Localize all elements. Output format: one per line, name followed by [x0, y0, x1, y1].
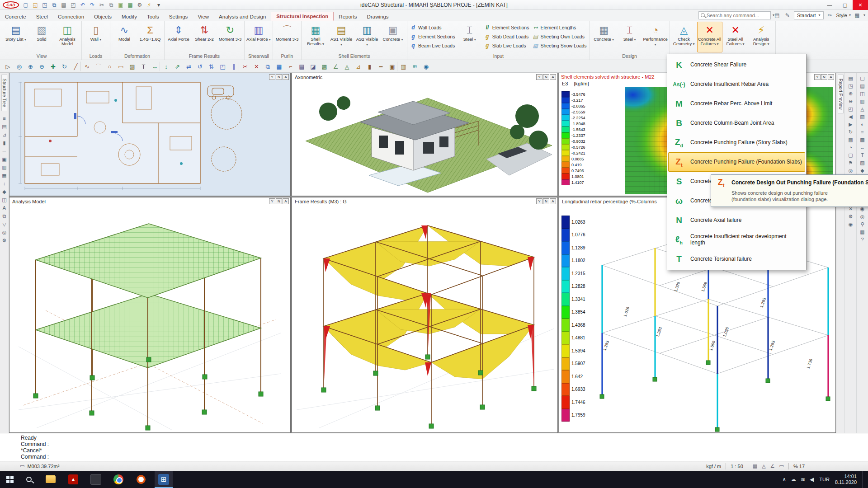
- pencil-icon[interactable]: ✎: [783, 11, 792, 19]
- trim-icon[interactable]: ✂: [240, 61, 250, 71]
- element-lengths-item[interactable]: ⇿Element Lengths: [531, 23, 588, 32]
- filter-icon[interactable]: ▽: [2, 221, 6, 227]
- viewport-y-button[interactable]: Y: [269, 74, 275, 80]
- wall-button[interactable]: ▯Wall ▾: [83, 22, 108, 52]
- wall-tool-icon[interactable]: ▥: [398, 61, 409, 71]
- redo-icon[interactable]: ↷: [88, 1, 96, 9]
- report-zoom-in-icon[interactable]: ⊕: [849, 91, 853, 96]
- standart-select[interactable]: Standart ▾: [794, 11, 824, 19]
- display-icon[interactable]: ◎: [2, 230, 7, 235]
- report-zoom-out-icon[interactable]: ⊖: [849, 99, 853, 104]
- report-fit-icon[interactable]: ◰: [848, 106, 853, 112]
- list-icon[interactable]: ▦: [860, 229, 864, 235]
- show-desktop-button[interactable]: [862, 471, 864, 488]
- report-doc-icon[interactable]: ▢: [848, 152, 853, 158]
- modal-button[interactable]: ∿Modal: [112, 22, 137, 52]
- regen-icon[interactable]: ↻: [59, 61, 70, 71]
- hatch-icon[interactable]: ▨: [127, 61, 137, 71]
- onedrive-icon[interactable]: ☁: [791, 476, 796, 483]
- tab-concrete[interactable]: Concrete: [0, 13, 31, 21]
- tab-objects[interactable]: Objects: [89, 13, 117, 21]
- shearwall-axial-force-button[interactable]: ▥Axial Force ▾: [246, 22, 271, 52]
- taskbar-search-button[interactable]: [20, 471, 38, 488]
- tab-tools[interactable]: Tools: [142, 13, 164, 21]
- print-icon[interactable]: ▤: [60, 1, 68, 9]
- arc-icon[interactable]: ⌒: [93, 61, 104, 71]
- style-button[interactable]: Style ▾: [836, 13, 851, 18]
- qat-menu-caret-icon[interactable]: ▾: [155, 1, 163, 9]
- status-units-icon[interactable]: ▭: [779, 463, 784, 469]
- report-preview-tab[interactable]: Report Preview: [838, 75, 844, 113]
- tab-structural-inspection[interactable]: Structural Inspection: [271, 12, 334, 21]
- walls-icon[interactable]: ▥: [2, 164, 6, 170]
- design-concrete-button[interactable]: ▦Concrete ▾: [591, 22, 617, 52]
- report-export-icon[interactable]: ◳: [848, 83, 853, 89]
- file-explorer-icon[interactable]: [42, 471, 60, 488]
- copy-icon[interactable]: ⧉: [107, 1, 115, 9]
- viewport-y-button[interactable]: Y: [536, 74, 542, 80]
- viewport-a-button[interactable]: A: [283, 198, 289, 204]
- info-icon[interactable]: ◉: [421, 61, 431, 71]
- idecad-icon[interactable]: [132, 471, 150, 488]
- tab-connection[interactable]: Connection: [53, 13, 89, 21]
- viewport-y-button[interactable]: Y: [269, 198, 275, 204]
- lightning-icon[interactable]: ⚡: [145, 1, 153, 9]
- dimension-set-icon[interactable]: ↔: [860, 145, 865, 150]
- check-geometry-button[interactable]: ◬Check Geometry ▾: [671, 22, 697, 52]
- stories-icon[interactable]: ▤: [2, 124, 6, 129]
- axonometric-canvas[interactable]: [292, 73, 557, 196]
- analysis-design-button[interactable]: ⚡Analysis Design ▾: [749, 22, 774, 52]
- beam-tool-icon[interactable]: ━: [376, 61, 386, 71]
- close-button[interactable]: ✕: [853, 0, 868, 10]
- groups-icon[interactable]: ⧉: [3, 213, 6, 219]
- viewport-n-button[interactable]: N: [543, 198, 549, 204]
- element-sections-item[interactable]: gElement Sections: [409, 32, 457, 41]
- status-osnap-icon[interactable]: ◬: [762, 463, 765, 469]
- wall-loads-item[interactable]: dWall Loads: [409, 23, 457, 32]
- menu-concrete-insufficient-rebar-development-length[interactable]: ℓhConcrete Insufficient rebar developmen…: [668, 230, 805, 249]
- viewport-floor-plan[interactable]: YNA: [9, 73, 291, 196]
- hatch-set-icon[interactable]: ▨: [860, 160, 864, 165]
- plan-canvas[interactable]: [9, 73, 290, 196]
- acrobat-icon[interactable]: ▲: [64, 471, 82, 488]
- viewport-n-button[interactable]: N: [276, 74, 282, 80]
- paste-icon[interactable]: ▣: [117, 1, 125, 9]
- report-find-icon[interactable]: ◎: [849, 168, 853, 173]
- book-icon[interactable]: ▤: [773, 11, 781, 19]
- settings-icon[interactable]: ⚙: [136, 1, 144, 9]
- tab-settings[interactable]: Settings: [164, 13, 193, 21]
- panel-settings-icon[interactable]: ⚙: [2, 238, 7, 243]
- loads-icon[interactable]: ↓: [3, 181, 6, 186]
- view-3d-icon[interactable]: ▧: [860, 114, 864, 119]
- foundations-icon[interactable]: ▦: [2, 173, 6, 178]
- report-chart-icon[interactable]: ◔: [849, 145, 852, 150]
- viewport-a-button[interactable]: A: [550, 198, 556, 204]
- volume-icon[interactable]: ◀: [810, 476, 814, 483]
- help-icon[interactable]: ?: [861, 237, 863, 242]
- viewport-analysis-model[interactable]: Analysis Model YNA: [9, 197, 291, 433]
- menu-concrete-column-beam-joint-area[interactable]: BConcrete Column-Beam Joint Area: [668, 113, 805, 133]
- viewport-a-button[interactable]: A: [283, 74, 289, 80]
- performance-button[interactable]: ◔Performance ▾: [643, 22, 668, 52]
- palette-icon[interactable]: ▩: [853, 11, 861, 19]
- save-all-icon[interactable]: ⧉: [50, 1, 58, 9]
- labels-icon[interactable]: A: [3, 205, 6, 211]
- report-next-icon[interactable]: ▶: [849, 122, 852, 127]
- viewport-frame-results[interactable]: Frame Results (M3) : G YNA: [292, 197, 558, 433]
- input-steel-button[interactable]: ⌶Steel ▾: [457, 22, 482, 52]
- viewport-y-button[interactable]: Y: [536, 198, 542, 204]
- circle-icon[interactable]: ○: [104, 61, 115, 71]
- mirror-icon[interactable]: ⇅: [206, 61, 217, 71]
- render-icon[interactable]: ◐: [861, 122, 864, 127]
- frame-results-canvas[interactable]: [292, 197, 557, 432]
- beams-icon[interactable]: ─: [3, 148, 6, 154]
- section-view-icon[interactable]: ◫: [860, 91, 864, 96]
- tab-reports[interactable]: Reports: [334, 13, 362, 21]
- sheeting-snow-loads-item[interactable]: ▧Sheeting Snow Loads: [531, 41, 588, 50]
- tab-modify[interactable]: Modify: [117, 13, 142, 21]
- move-icon[interactable]: ⇄: [184, 61, 194, 71]
- select-icon[interactable]: ▷: [3, 61, 13, 71]
- structure-tree-tab[interactable]: Structure Tree: [1, 75, 7, 111]
- app-dark-icon[interactable]: [87, 471, 105, 488]
- print-preview-icon[interactable]: ◰: [69, 1, 77, 9]
